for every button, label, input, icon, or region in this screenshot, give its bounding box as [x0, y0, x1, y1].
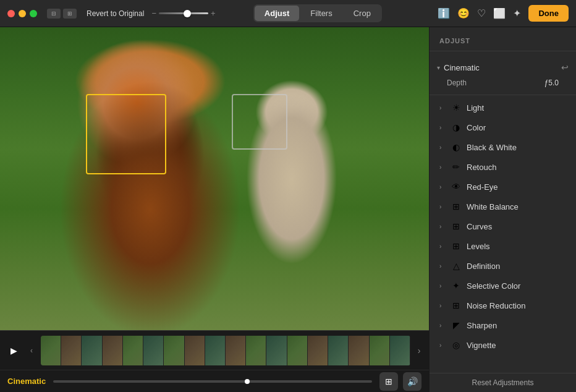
filmstrip-frame	[226, 336, 246, 365]
cinematic-depth-row: Depth ƒ5.0	[430, 76, 576, 90]
bottom-icons: ⊞ 🔊	[379, 372, 421, 391]
cinematic-undo-button[interactable]: ↩	[561, 62, 569, 72]
filmstrip-frame	[41, 336, 61, 365]
vignette-label: Vignette	[467, 341, 496, 350]
panel-scroll[interactable]: ▾ Cinematic ↩ Depth ƒ5.0 › ☀ Light	[430, 51, 576, 373]
noise-reduction-icon: ⊞	[451, 300, 462, 310]
adjust-item-sharpen[interactable]: › ◤ Sharpen	[432, 315, 574, 335]
sharpen-chevron-icon: ›	[439, 322, 446, 329]
filmstrip-frame	[164, 336, 184, 365]
cinematic-chevron-icon: ▾	[437, 64, 440, 71]
filmstrip-frame	[390, 336, 410, 365]
selective-color-label: Selective Color	[467, 281, 520, 291]
curves-icon: ⊞	[451, 221, 462, 231]
tab-filters[interactable]: Filters	[300, 6, 342, 21]
view-toggle[interactable]: ⊞	[63, 9, 77, 19]
traffic-lights	[7, 10, 37, 17]
share-button[interactable]: ⬜	[493, 7, 506, 19]
cinematic-section: ▾ Cinematic ↩ Depth ƒ5.0	[430, 56, 576, 92]
adjust-item-color[interactable]: › ◑ Color	[432, 117, 574, 137]
reset-bar: Reset Adjustments	[430, 373, 576, 392]
filmstrip-frame	[308, 336, 328, 365]
sidebar-toggle[interactable]: ⊟	[47, 9, 61, 19]
adjust-item-noise-reduction[interactable]: › ⊞ Noise Reduction	[432, 296, 574, 315]
fullscreen-button[interactable]	[30, 10, 37, 17]
filmstrip-frame	[328, 336, 349, 365]
bottom-controls: Cinematic ⊞ 🔊	[0, 370, 429, 392]
tab-adjust[interactable]: Adjust	[255, 6, 299, 21]
sharpen-label: Sharpen	[467, 321, 497, 330]
bw-chevron-icon: ›	[439, 144, 446, 151]
filmstrip-frame	[287, 336, 308, 365]
brightness-slider: − +	[151, 9, 215, 18]
filmstrip-next-button[interactable]: ›	[414, 342, 424, 359]
play-button[interactable]: ▶	[5, 342, 22, 359]
red-eye-icon: 👁	[451, 182, 462, 192]
selective-color-icon: ✦	[451, 281, 462, 291]
wb-chevron-icon: ›	[439, 203, 446, 210]
retouch-icon: ✏	[451, 162, 462, 172]
cinematic-mode-label: Cinematic	[7, 377, 46, 386]
retouch-chevron-icon: ›	[439, 164, 446, 171]
vignette-chevron-icon: ›	[439, 342, 446, 349]
adjust-item-definition[interactable]: › △ Definition	[432, 256, 574, 276]
depth-label: Depth	[447, 79, 467, 87]
light-icon: ☀	[451, 103, 462, 113]
cinematic-header[interactable]: ▾ Cinematic ↩	[430, 59, 576, 76]
definition-chevron-icon: ›	[439, 263, 446, 270]
adjust-item-black-white[interactable]: › ◐ Black & White	[432, 137, 574, 157]
light-label: Light	[467, 103, 484, 113]
brightness-track[interactable]	[159, 12, 208, 14]
reset-adjustments-button[interactable]: Reset Adjustments	[472, 378, 533, 387]
face-detection-primary	[86, 94, 166, 174]
adjust-item-levels[interactable]: › ⊞ Levels	[432, 236, 574, 256]
curves-label: Curves	[467, 222, 492, 231]
levels-icon: ⊞	[451, 241, 462, 251]
filmstrip-frame	[349, 336, 369, 365]
adjust-item-selective-color[interactable]: › ✦ Selective Color	[432, 276, 574, 296]
main-content: ▶ ‹	[0, 27, 576, 392]
adjust-item-retouch[interactable]: › ✏ Retouch	[432, 157, 574, 177]
vignette-icon: ◎	[451, 340, 462, 350]
close-button[interactable]	[7, 10, 15, 17]
adjust-item-curves[interactable]: › ⊞ Curves	[432, 216, 574, 236]
video-container[interactable]	[0, 27, 429, 330]
titlebar: ⊟ ⊞ Revert to Original − + Adjust Filter…	[0, 0, 576, 27]
filmstrip-frame	[143, 336, 164, 365]
light-chevron-icon: ›	[439, 104, 446, 111]
face-detection-secondary	[232, 94, 287, 150]
filmstrip-frame	[123, 336, 143, 365]
timeline-progress[interactable]	[53, 380, 372, 383]
filmstrip-frame	[103, 336, 123, 365]
levels-chevron-icon: ›	[439, 243, 446, 250]
red-eye-label: Red-Eye	[467, 182, 498, 192]
magic-wand-button[interactable]: ✦	[513, 7, 521, 19]
adjust-item-vignette[interactable]: › ◎ Vignette	[432, 335, 574, 355]
bottom-bar: ▶ ‹	[0, 330, 429, 392]
redeye-chevron-icon: ›	[439, 184, 446, 190]
brightness-thumb[interactable]	[184, 10, 191, 17]
media-area: ▶ ‹	[0, 27, 429, 392]
minimize-button[interactable]	[19, 10, 26, 17]
tab-crop[interactable]: Crop	[344, 6, 381, 21]
adjust-item-light[interactable]: › ☀ Light	[432, 98, 574, 117]
definition-label: Definition	[467, 262, 500, 271]
window-controls: ⊟ ⊞	[47, 9, 77, 19]
color-label: Color	[467, 123, 486, 132]
black-white-icon: ◐	[451, 142, 462, 152]
adjust-item-red-eye[interactable]: › 👁 Red-Eye	[432, 177, 574, 197]
done-button[interactable]: Done	[528, 5, 569, 22]
sharpen-icon: ◤	[451, 320, 462, 330]
revert-to-original-button[interactable]: Revert to Original	[87, 9, 144, 18]
heart-button[interactable]: ♡	[477, 7, 486, 19]
volume-icon-button[interactable]: 🔊	[403, 372, 421, 391]
filmstrip-prev-button[interactable]: ‹	[26, 342, 37, 359]
emoji-button[interactable]: 😊	[457, 7, 470, 19]
fullscreen-icon-button[interactable]: ⊞	[379, 372, 398, 391]
adjust-item-white-balance[interactable]: › ⊞ White Balance	[432, 197, 574, 216]
info-button[interactable]: ℹ️	[438, 7, 450, 19]
video-background	[0, 27, 429, 330]
noise-reduction-label: Noise Reduction	[467, 301, 525, 310]
black-white-label: Black & White	[467, 143, 517, 152]
divider	[430, 95, 576, 95]
